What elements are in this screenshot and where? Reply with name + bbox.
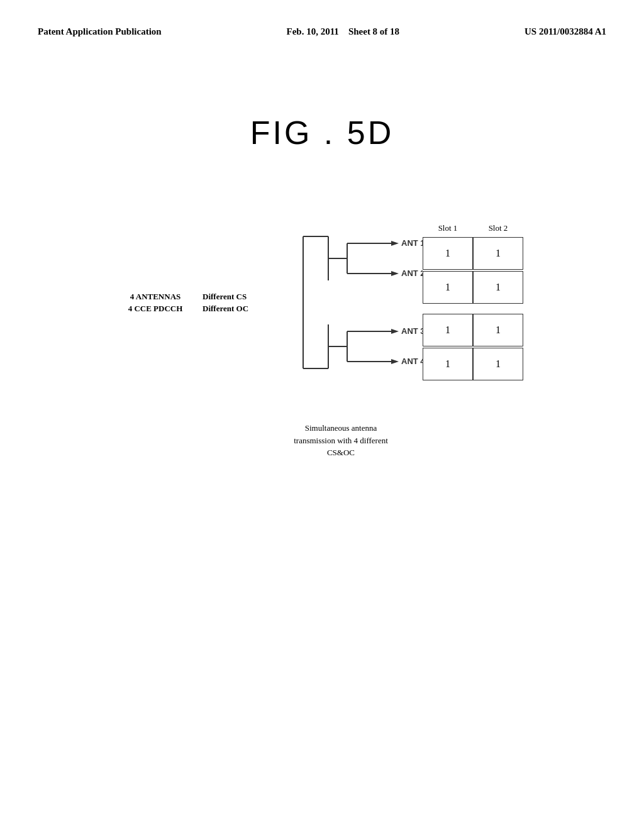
table-row: 1 1 [423, 348, 523, 380]
slot-header-2: Slot 2 [473, 223, 523, 233]
publication-date: Feb. 10, 2011 [287, 26, 339, 36]
caption-line2: transmission with 4 different [294, 434, 388, 447]
ant4-slot2: 1 [473, 348, 523, 380]
ant3-slot1: 1 [423, 314, 473, 346]
bracket-arrows-svg: ANT 1 ANT 2 ANT 3 ANT 4 [284, 214, 423, 390]
figure-title: FIG . 5D [38, 114, 606, 152]
svg-marker-19 [391, 359, 399, 364]
middle-label: Different CS Different OC [203, 290, 265, 315]
table-row: 1 1 [423, 314, 523, 346]
left-label: 4 ANTENNAS 4 CCE PDCCH [121, 290, 190, 315]
svg-marker-16 [391, 329, 399, 334]
svg-marker-10 [391, 271, 399, 276]
ant4-slot1: 1 [423, 348, 473, 380]
svg-text:ANT 2: ANT 2 [401, 268, 423, 278]
caption-line1: Simultaneous antenna [294, 422, 388, 434]
grid-section: Slot 1 Slot 2 1 1 1 1 1 1 1 [423, 223, 523, 382]
slot-header-1: Slot 1 [423, 223, 473, 233]
page-header: Patent Application Publication Feb. 10, … [38, 25, 606, 38]
page-container: Patent Application Publication Feb. 10, … [0, 0, 644, 830]
table-row: 1 1 [423, 237, 523, 270]
publication-number: US 2011/0032884 A1 [525, 25, 606, 37]
left-label-line2: 4 CCE PDCCH [121, 302, 190, 315]
ant1-slot2: 1 [473, 237, 523, 270]
table-row: 1 1 [423, 271, 523, 304]
publication-title: Patent Application Publication [38, 25, 162, 38]
ant2-slot1: 1 [423, 271, 473, 304]
publication-date-sheet: Feb. 10, 2011 Sheet 8 of 18 [287, 25, 400, 37]
middle-label-line2: Different OC [203, 302, 265, 315]
caption-line3: CS&OC [294, 446, 388, 459]
caption: Simultaneous antenna transmission with 4… [294, 422, 388, 459]
ant3-slot2: 1 [473, 314, 523, 346]
svg-text:ANT 3: ANT 3 [401, 326, 423, 336]
diagram-area: 4 ANTENNAS 4 CCE PDCCH Different CS Diff… [38, 214, 606, 390]
ant1-slot1: 1 [423, 237, 473, 270]
sheet-info: Sheet 8 of 18 [348, 26, 399, 36]
middle-label-line1: Different CS [203, 290, 265, 303]
svg-marker-7 [391, 241, 399, 246]
bracket-arrows-container: ANT 1 ANT 2 ANT 3 ANT 4 [284, 214, 423, 390]
left-label-line1: 4 ANTENNAS [121, 290, 190, 303]
caption-area: Simultaneous antenna transmission with 4… [38, 403, 606, 459]
ant2-slot2: 1 [473, 271, 523, 304]
svg-text:ANT 4: ANT 4 [401, 357, 423, 366]
slot-headers: Slot 1 Slot 2 [423, 223, 523, 233]
svg-text:ANT 1: ANT 1 [401, 238, 423, 248]
